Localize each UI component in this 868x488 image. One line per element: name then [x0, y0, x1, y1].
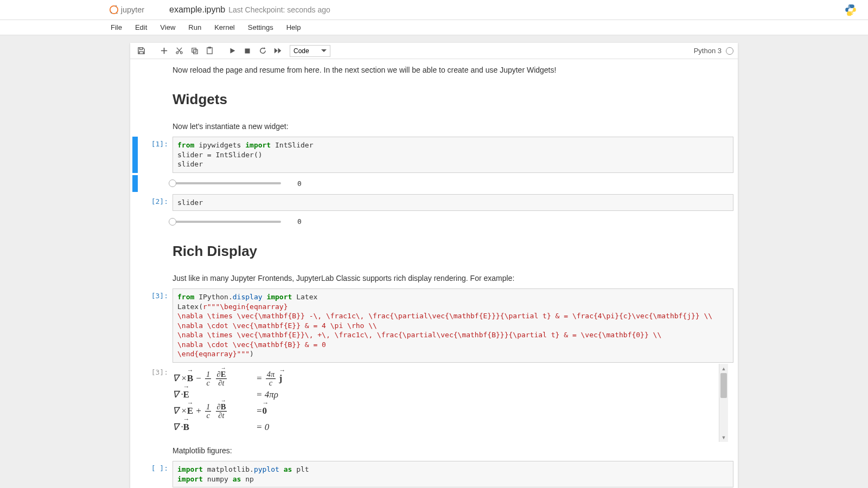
svg-point-6	[852, 13, 853, 14]
svg-rect-11	[207, 48, 212, 54]
svg-point-8	[180, 52, 182, 54]
code-input[interactable]: from ipywidgets import IntSlider slider …	[173, 137, 733, 173]
scroll-down-icon[interactable]: ▼	[719, 433, 728, 442]
run-button[interactable]	[226, 44, 239, 57]
svg-point-5	[848, 5, 850, 7]
svg-rect-13	[245, 48, 250, 53]
notebook-panel: Code Python 3 Now reload the page and re…	[130, 43, 738, 488]
svg-rect-10	[193, 50, 197, 54]
menu-edit[interactable]: Edit	[129, 21, 154, 34]
markdown-text: Now let's instantiate a new widget:	[173, 119, 289, 134]
paste-button[interactable]	[203, 44, 216, 57]
save-button[interactable]	[135, 44, 148, 57]
cell-type-select[interactable]: Code	[290, 45, 330, 57]
restart-button[interactable]	[256, 44, 269, 57]
svg-rect-9	[192, 48, 196, 53]
filename[interactable]: example.ipynb	[169, 5, 225, 15]
intslider-widget[interactable]: 0	[173, 178, 733, 189]
header: jupyter example.ipynb Last Checkpoint: s…	[0, 0, 868, 20]
menu-help[interactable]: Help	[280, 21, 308, 34]
svg-point-7	[176, 52, 178, 54]
svg-text:jupyter: jupyter	[120, 5, 144, 14]
python-icon	[844, 3, 857, 16]
scroll-up-icon[interactable]: ▲	[719, 364, 728, 373]
markdown-cell[interactable]: Rich Display	[130, 231, 738, 269]
slider-value: 0	[297, 179, 319, 188]
menubar: File Edit View Run Kernel Settings Help	[0, 20, 868, 35]
scrollbar-thumb[interactable]	[720, 373, 727, 398]
kernel-name[interactable]: Python 3	[694, 47, 722, 55]
input-prompt: [3]:	[138, 288, 173, 363]
fast-forward-button[interactable]	[271, 44, 284, 57]
copy-button[interactable]	[188, 44, 201, 57]
markdown-text: Now reload the page and resume from here…	[173, 62, 556, 78]
code-cell[interactable]: [ ]: import matplotlib.pyplot as plt imp…	[130, 460, 738, 488]
input-prompt: [ ]:	[138, 461, 173, 487]
intslider-widget[interactable]: 0	[173, 216, 733, 227]
code-cell[interactable]: [1]: from ipywidgets import IntSlider sl…	[130, 136, 738, 174]
checkpoint-text: Last Checkpoint: seconds ago	[228, 5, 330, 14]
menu-settings[interactable]: Settings	[241, 21, 280, 34]
latex-output: ∇ × B − 1c ∂E∂t = 4πc j ∇ · E = 4πρ ∇ × …	[173, 368, 733, 438]
output-cell: 0	[130, 174, 738, 193]
markdown-text: Just like in many Jupyter Frontends, Jup…	[173, 271, 514, 286]
svg-point-3	[117, 13, 118, 14]
slider-value: 0	[297, 217, 319, 226]
stop-button[interactable]	[241, 44, 254, 57]
markdown-text: Matplotlib figures:	[173, 443, 232, 459]
code-input[interactable]: slider	[173, 194, 733, 211]
output-prompt: [3]:	[138, 365, 173, 441]
code-input[interactable]: from IPython.display import Latex Latex(…	[173, 288, 733, 363]
menu-file[interactable]: File	[104, 21, 129, 34]
output-cell: 0	[130, 212, 738, 231]
code-input[interactable]: import matplotlib.pyplot as plt import n…	[173, 461, 733, 487]
markdown-cell[interactable]: Just like in many Jupyter Frontends, Jup…	[130, 269, 738, 287]
content-background: Code Python 3 Now reload the page and re…	[0, 35, 868, 488]
markdown-cell[interactable]: Matplotlib figures:	[130, 442, 738, 460]
menu-view[interactable]: View	[154, 21, 182, 34]
jupyter-logo[interactable]: jupyter	[110, 3, 164, 17]
markdown-cell[interactable]: Now reload the page and resume from here…	[130, 61, 738, 79]
slider-thumb[interactable]	[169, 179, 176, 187]
toolbar: Code Python 3	[130, 43, 738, 59]
slider-track[interactable]	[173, 182, 281, 184]
output-scrollbar[interactable]: ▲ ▼	[719, 364, 728, 442]
input-prompt: [1]:	[138, 137, 173, 173]
heading-rich-display: Rich Display	[173, 241, 257, 262]
menu-kernel[interactable]: Kernel	[208, 21, 241, 34]
heading-widgets: Widgets	[173, 89, 227, 110]
slider-track[interactable]	[173, 221, 281, 223]
slider-thumb[interactable]	[169, 218, 176, 226]
svg-point-2	[111, 12, 112, 14]
markdown-cell[interactable]: Widgets	[130, 79, 738, 118]
kernel-status-icon[interactable]	[726, 47, 733, 55]
input-prompt: [2]:	[138, 194, 173, 211]
markdown-cell[interactable]: Now let's instantiate a new widget:	[130, 118, 738, 136]
code-cell[interactable]: [2]: slider	[130, 193, 738, 213]
code-cell[interactable]: [3]: from IPython.display import Latex L…	[130, 287, 738, 364]
cut-button[interactable]	[173, 44, 186, 57]
menu-run[interactable]: Run	[182, 21, 208, 34]
output-cell: [3]: ∇ × B − 1c ∂E∂t = 4πc j ∇ · E = 4πρ…	[130, 364, 738, 442]
notebook-body[interactable]: Now reload the page and resume from here…	[130, 59, 738, 488]
add-cell-button[interactable]	[157, 44, 170, 57]
svg-point-1	[116, 5, 117, 7]
